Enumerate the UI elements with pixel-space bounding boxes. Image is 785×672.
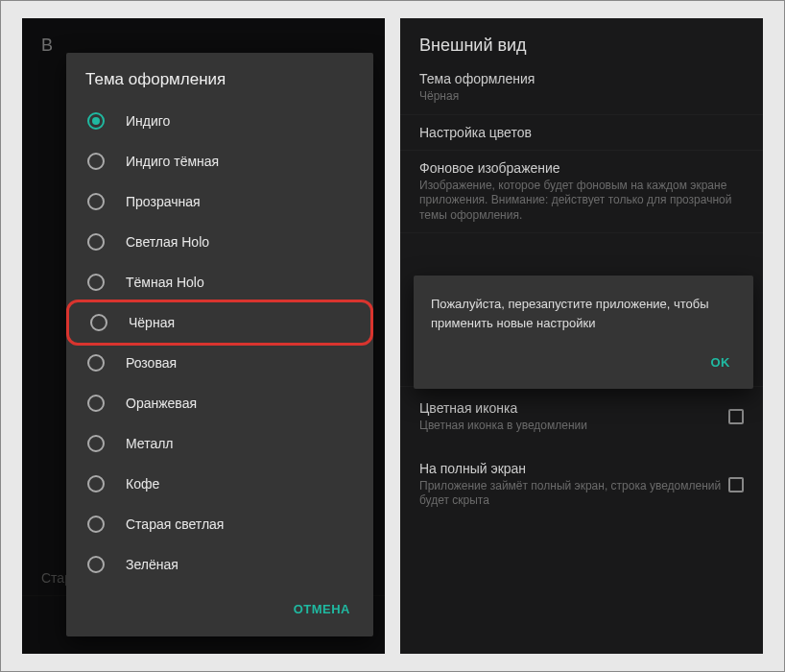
theme-option-label: Старая светлая: [126, 516, 224, 532]
setting-theme-value: Чёрная: [419, 89, 744, 105]
theme-dialog: Тема оформления ИндигоИндиго тёмнаяПрозр…: [66, 53, 373, 636]
setting-fullscreen[interactable]: На полный экран Приложение займёт полный…: [400, 447, 763, 522]
dialog-actions: ОТМЕНА: [66, 585, 373, 634]
theme-option-label: Тёмная Holo: [126, 275, 204, 290]
setting-bgimage-desc: Изображение, которое будет фоновым на ка…: [419, 179, 744, 224]
theme-option-label: Металл: [126, 436, 174, 451]
restart-dialog: Пожалуйста, перезапустите приложение, чт…: [414, 276, 753, 389]
setting-theme-title: Тема оформления: [419, 71, 744, 86]
fullscreen-desc: Приложение займёт полный экран, строка у…: [419, 479, 728, 509]
theme-option-label: Индиго: [126, 113, 170, 129]
color-icon-checkbox[interactable]: [728, 409, 744, 424]
theme-option-5[interactable]: Чёрная: [66, 300, 373, 346]
theme-option-label: Прозрачная: [126, 194, 201, 209]
left-screen: В Старый вид Профиля Тема оформления Инд…: [22, 18, 385, 654]
theme-option-label: Оранжевая: [126, 396, 197, 411]
theme-option-8[interactable]: Металл: [66, 423, 373, 464]
restart-actions: OK: [414, 338, 753, 387]
radio-icon: [87, 153, 105, 170]
theme-option-4[interactable]: Тёмная Holo: [66, 262, 373, 302]
theme-option-label: Розовая: [126, 355, 177, 371]
fullscreen-title: На полный экран: [419, 461, 728, 476]
theme-option-0[interactable]: Индиго: [66, 101, 373, 141]
setting-colors[interactable]: Настройка цветов: [400, 115, 763, 151]
theme-option-label: Кофе: [126, 476, 159, 492]
theme-radio-list: ИндигоИндиго тёмнаяПрозрачнаяСветлая Hol…: [66, 101, 373, 585]
radio-icon: [87, 475, 105, 492]
cancel-button[interactable]: ОТМЕНА: [284, 594, 360, 624]
radio-icon: [87, 112, 105, 130]
theme-option-10[interactable]: Старая светлая: [66, 504, 373, 544]
setting-colors-title: Настройка цветов: [419, 125, 744, 140]
theme-option-9[interactable]: Кофе: [66, 464, 373, 504]
theme-option-3[interactable]: Светлая Holo: [66, 222, 373, 262]
color-icon-desc: Цветная иконка в уведомлении: [419, 419, 728, 434]
theme-option-1[interactable]: Индиго тёмная: [66, 141, 373, 181]
theme-option-2[interactable]: Прозрачная: [66, 181, 373, 222]
right-screen: Внешний вид Тема оформления Чёрная Настр…: [400, 18, 763, 654]
setting-bgimage[interactable]: Фоновое изображение Изображение, которое…: [400, 151, 763, 234]
radio-icon: [87, 233, 105, 251]
theme-option-7[interactable]: Оранжевая: [66, 383, 373, 423]
fullscreen-checkbox[interactable]: [728, 477, 744, 492]
radio-icon: [87, 435, 105, 452]
radio-icon: [87, 516, 105, 533]
restart-message: Пожалуйста, перезапустите приложение, чт…: [414, 279, 753, 338]
radio-icon: [87, 354, 105, 372]
setting-bgimage-title: Фоновое изображение: [419, 160, 744, 176]
ok-button[interactable]: OK: [702, 348, 741, 377]
theme-option-6[interactable]: Розовая: [66, 343, 373, 383]
theme-option-label: Зелёная: [126, 557, 178, 572]
setting-color-icon[interactable]: Цветная иконка Цветная иконка в уведомле…: [400, 387, 763, 447]
radio-icon: [87, 395, 105, 412]
radio-icon: [87, 556, 105, 573]
color-icon-title: Цветная иконка: [419, 400, 728, 416]
theme-option-label: Индиго тёмная: [126, 154, 219, 169]
setting-theme[interactable]: Тема оформления Чёрная: [400, 61, 763, 115]
dialog-title: Тема оформления: [66, 53, 373, 101]
theme-option-label: Светлая Holo: [126, 234, 209, 250]
radio-icon: [90, 314, 107, 331]
theme-option-label: Чёрная: [129, 315, 175, 330]
page-title: Внешний вид: [400, 18, 763, 61]
radio-icon: [87, 274, 105, 291]
theme-option-11[interactable]: Зелёная: [66, 544, 373, 585]
radio-icon: [87, 193, 105, 210]
composite-screenshot: В Старый вид Профиля Тема оформления Инд…: [0, 0, 785, 672]
